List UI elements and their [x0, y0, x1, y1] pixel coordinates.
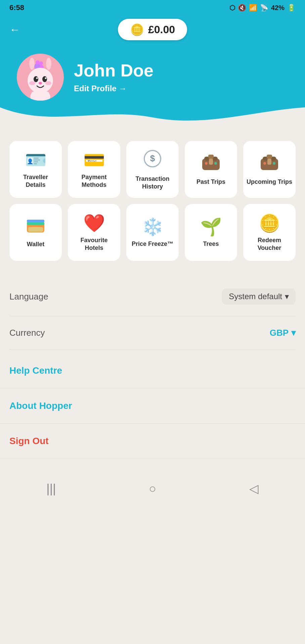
wifi-icon: 📶	[249, 4, 257, 12]
sign-out-link[interactable]: Sign Out	[9, 436, 49, 446]
avatar	[17, 54, 64, 101]
recents-nav-button[interactable]: |||	[46, 482, 56, 496]
svg-point-13	[45, 77, 47, 79]
price-freeze-icon: ❄️	[142, 218, 164, 235]
back-button[interactable]: ←	[9, 23, 20, 36]
redeem-voucher-label: Redeem Voucher	[247, 236, 292, 252]
transaction-history-label: Transaction History	[130, 175, 175, 191]
svg-point-14	[29, 81, 35, 85]
menu-item-favourite-hotels[interactable]: ❤️ Favourite Hotels	[68, 204, 120, 261]
status-bar: 6:58 ⬡ 🔇 📶 📡 42% 🔋	[0, 0, 305, 15]
svg-point-7	[39, 61, 43, 65]
menu-item-transaction-history[interactable]: $ Transaction History	[126, 141, 179, 198]
content-area: 🪪 Traveller Details 💳 Payment Methods $ …	[0, 127, 305, 274]
bluetooth-icon: ⬡	[229, 4, 235, 12]
profile-info: John Doe Edit Profile →	[74, 61, 154, 93]
svg-rect-31	[267, 155, 272, 159]
menu-item-trees[interactable]: 🌱 Trees	[185, 204, 237, 261]
svg-point-19	[41, 91, 49, 97]
svg-rect-25	[208, 155, 214, 159]
trees-icon: 🌱	[200, 218, 222, 235]
upcoming-trips-icon	[260, 154, 279, 173]
svg-rect-28	[209, 159, 213, 165]
help-centre-link[interactable]: Help Centre	[9, 365, 62, 376]
hero-section: ← 🪙 £0.00	[0, 15, 305, 127]
menu-item-traveller-details[interactable]: 🪪 Traveller Details	[9, 141, 62, 198]
trees-label: Trees	[203, 240, 219, 248]
mute-icon: 🔇	[238, 4, 246, 12]
wave-divider	[0, 107, 305, 127]
menu-item-past-trips[interactable]: Past Trips	[185, 141, 237, 198]
wallet-icon	[26, 218, 45, 236]
language-row: Language System default ▾	[9, 277, 296, 316]
home-nav-button[interactable]: ○	[149, 482, 156, 496]
svg-point-26	[205, 162, 208, 165]
menu-item-payment-methods[interactable]: 💳 Payment Methods	[68, 141, 120, 198]
profile-section: John Doe Edit Profile →	[0, 47, 305, 107]
svg-point-27	[214, 162, 217, 165]
traveller-details-icon: 🪪	[25, 151, 47, 169]
balance-amount: £0.00	[148, 23, 175, 36]
svg-point-12	[36, 77, 38, 79]
favourite-hotels-icon: ❤️	[83, 214, 105, 232]
currency-value: GBP	[270, 328, 289, 338]
past-trips-label: Past Trips	[197, 178, 225, 186]
traveller-details-label: Traveller Details	[13, 173, 58, 189]
about-hopper-link[interactable]: About Hopper	[9, 400, 72, 411]
coin-icon: 🪙	[130, 23, 144, 36]
menu-grid-row2: Wallet ❤️ Favourite Hotels ❄️ Price Free…	[9, 204, 296, 261]
svg-point-33	[273, 162, 275, 165]
svg-point-4	[46, 58, 51, 70]
battery-percent: 42%	[271, 4, 285, 12]
svg-rect-39	[28, 227, 43, 232]
svg-rect-36	[27, 220, 44, 222]
settings-section: Language System default ▾ Currency GBP ▾	[0, 274, 305, 353]
upcoming-trips-label: Upcoming Trips	[247, 178, 292, 186]
profile-name: John Doe	[74, 61, 154, 80]
battery-icon: 🔋	[287, 4, 296, 12]
redeem-voucher-icon: 🪙	[259, 214, 280, 232]
svg-text:$: $	[150, 153, 155, 163]
status-time: 6:58	[9, 3, 24, 12]
price-freeze-label: Price Freeze™	[132, 240, 173, 248]
menu-item-price-freeze[interactable]: ❄️ Price Freeze™	[126, 204, 179, 261]
menu-item-upcoming-trips[interactable]: Upcoming Trips	[243, 141, 296, 198]
wallet-label: Wallet	[27, 240, 44, 248]
language-label: Language	[9, 291, 48, 302]
signal-icon: 📡	[260, 4, 268, 12]
transaction-history-icon: $	[143, 150, 162, 170]
currency-label: Currency	[9, 328, 45, 338]
sign-out-row[interactable]: Sign Out	[0, 424, 305, 459]
language-value: System default	[229, 292, 282, 301]
svg-rect-34	[267, 159, 271, 165]
svg-point-10	[34, 76, 38, 82]
past-trips-icon	[202, 154, 220, 173]
help-centre-row[interactable]: Help Centre	[0, 353, 305, 388]
payment-methods-label: Payment Methods	[71, 173, 117, 189]
svg-point-11	[42, 76, 47, 82]
svg-rect-37	[27, 222, 44, 225]
edit-profile-link[interactable]: Edit Profile →	[74, 84, 154, 93]
payment-methods-icon: 💳	[83, 151, 105, 169]
currency-row: Currency GBP ▾	[9, 316, 296, 350]
svg-point-18	[31, 91, 39, 97]
favourite-hotels-label: Favourite Hotels	[71, 236, 117, 252]
language-dropdown[interactable]: System default ▾	[222, 288, 296, 305]
bottom-nav: ||| ○ ◁	[0, 472, 305, 505]
svg-point-9	[28, 68, 53, 93]
menu-item-redeem-voucher[interactable]: 🪙 Redeem Voucher	[243, 204, 296, 261]
svg-point-16	[39, 82, 42, 85]
menu-grid-row1: 🪪 Traveller Details 💳 Payment Methods $ …	[9, 141, 296, 198]
svg-point-15	[45, 81, 51, 85]
back-nav-button[interactable]: ◁	[249, 482, 259, 496]
currency-dropdown-icon: ▾	[291, 328, 296, 338]
svg-point-3	[29, 58, 35, 70]
language-dropdown-icon: ▾	[285, 292, 289, 301]
currency-dropdown[interactable]: GBP ▾	[270, 328, 296, 338]
hero-top-bar: ← 🪙 £0.00	[0, 15, 305, 47]
menu-item-wallet[interactable]: Wallet	[9, 204, 62, 261]
status-icons: ⬡ 🔇 📶 📡 42% 🔋	[229, 4, 296, 12]
balance-pill[interactable]: 🪙 £0.00	[118, 19, 187, 40]
about-hopper-row[interactable]: About Hopper	[0, 388, 305, 424]
svg-point-32	[263, 162, 266, 165]
